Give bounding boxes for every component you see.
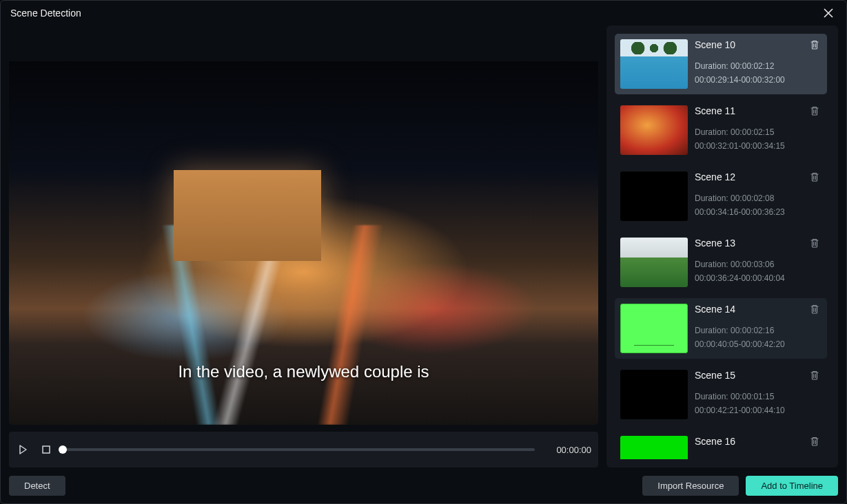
scene-info: Scene 10Duration: 00:00:02:1200:00:29:14… <box>695 39 822 89</box>
scene-info: Scene 13Duration: 00:00:03:0600:00:36:24… <box>695 238 822 287</box>
scene-item[interactable]: Scene 13Duration: 00:00:03:0600:00:36:24… <box>615 232 827 293</box>
trash-icon <box>809 105 820 116</box>
scene-info: Scene 12Duration: 00:00:02:0800:00:34:16… <box>695 171 822 221</box>
footer: Detect Import Resource Add to Timeline <box>1 468 846 503</box>
scene-range: 00:00:42:21-00:00:44:10 <box>695 404 822 417</box>
scene-name: Scene 13 <box>695 238 822 249</box>
scene-item[interactable]: Scene 14Duration: 00:00:02:1600:00:40:05… <box>615 298 827 359</box>
delete-scene-button[interactable] <box>809 39 822 52</box>
scene-info: Scene 14Duration: 00:00:02:1600:00:40:05… <box>695 304 822 353</box>
scene-item[interactable]: Scene 15Duration: 00:00:01:1500:00:42:21… <box>615 364 827 425</box>
preview-caption: In the video, a newlywed couple is <box>9 362 598 381</box>
scene-list-panel: Scene 10Duration: 00:00:02:1200:00:29:14… <box>606 25 838 468</box>
scene-duration: Duration: 00:00:02:16 <box>695 324 822 337</box>
trash-icon <box>809 238 820 249</box>
scene-name: Scene 11 <box>695 105 822 116</box>
trash-icon <box>809 436 820 447</box>
video-preview[interactable]: In the video, a newlywed couple is <box>9 61 598 425</box>
play-icon <box>18 445 28 454</box>
scene-info: Scene 16 <box>695 436 822 459</box>
scene-range: 00:00:40:05-00:00:42:20 <box>695 338 822 350</box>
scene-name: Scene 12 <box>695 171 822 182</box>
titlebar: Scene Detection <box>1 1 846 25</box>
scene-item[interactable]: Scene 12Duration: 00:00:02:0800:00:34:16… <box>615 166 827 227</box>
scene-detection-window: Scene Detection In the video, a newlywed… <box>0 0 847 504</box>
scene-thumbnail <box>620 370 688 419</box>
scene-range: 00:00:32:01-00:00:34:15 <box>695 140 822 152</box>
content-area: In the video, a newlywed couple is 00:00… <box>1 25 846 468</box>
close-button[interactable] <box>820 5 837 21</box>
scene-info: Scene 11Duration: 00:00:02:1500:00:32:01… <box>695 105 822 155</box>
scene-thumbnail <box>620 436 688 459</box>
trash-icon <box>809 39 820 50</box>
preview-wrap: In the video, a newlywed couple is <box>9 25 598 425</box>
slider-thumb[interactable] <box>59 445 67 454</box>
scene-duration: Duration: 00:00:02:15 <box>695 126 822 138</box>
delete-scene-button[interactable] <box>809 238 822 250</box>
svg-rect-0 <box>43 446 50 453</box>
add-to-timeline-button[interactable]: Add to Timeline <box>746 476 838 496</box>
delete-scene-button[interactable] <box>809 171 822 184</box>
scene-name: Scene 14 <box>695 304 822 315</box>
preview-top-gap <box>9 25 598 61</box>
delete-scene-button[interactable] <box>809 105 822 118</box>
scene-item[interactable]: Scene 11Duration: 00:00:02:1500:00:32:01… <box>615 100 827 160</box>
playback-slider[interactable] <box>63 448 535 451</box>
scene-thumbnail <box>620 105 688 155</box>
preview-panel: In the video, a newlywed couple is 00:00… <box>9 25 598 468</box>
window-title: Scene Detection <box>10 8 81 19</box>
scene-thumbnail <box>620 39 688 89</box>
scene-item[interactable]: Scene 10Duration: 00:00:02:1200:00:29:14… <box>615 34 827 94</box>
stop-button[interactable] <box>39 443 53 456</box>
scene-list[interactable]: Scene 10Duration: 00:00:02:1200:00:29:14… <box>615 34 834 459</box>
scene-name: Scene 15 <box>695 370 822 381</box>
close-icon <box>824 8 833 18</box>
delete-scene-button[interactable] <box>809 370 822 382</box>
scene-duration: Duration: 00:00:02:08 <box>695 192 822 204</box>
stop-icon <box>41 445 51 454</box>
detect-button[interactable]: Detect <box>9 476 65 496</box>
delete-scene-button[interactable] <box>809 436 822 448</box>
scene-range: 00:00:29:14-00:00:32:00 <box>695 74 822 86</box>
scene-duration: Duration: 00:00:03:06 <box>695 258 822 271</box>
trash-icon <box>809 171 820 182</box>
scene-thumbnail <box>620 171 688 221</box>
scene-thumbnail <box>620 238 688 287</box>
trash-icon <box>809 304 820 315</box>
scene-name: Scene 10 <box>695 39 822 50</box>
play-button[interactable] <box>16 443 30 456</box>
scene-duration: Duration: 00:00:02:12 <box>695 60 822 72</box>
scene-info: Scene 15Duration: 00:00:01:1500:00:42:21… <box>695 370 822 419</box>
scene-thumbnail <box>620 304 688 353</box>
playback-controls: 00:00:00 <box>9 432 598 468</box>
trash-icon <box>809 370 820 381</box>
playback-timecode: 00:00:00 <box>544 445 591 455</box>
delete-scene-button[interactable] <box>809 304 822 316</box>
scene-item[interactable]: Scene 16 <box>615 430 827 459</box>
scene-duration: Duration: 00:00:01:15 <box>695 390 822 403</box>
scene-range: 00:00:36:24-00:00:40:04 <box>695 272 822 284</box>
scene-range: 00:00:34:16-00:00:36:23 <box>695 206 822 218</box>
scene-name: Scene 16 <box>695 436 822 447</box>
import-resource-button[interactable]: Import Resource <box>642 476 739 496</box>
